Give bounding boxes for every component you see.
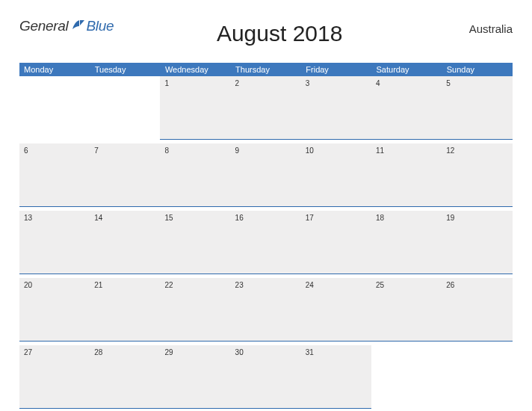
day-cell: 23 bbox=[231, 278, 301, 341]
logo-text-blue: Blue bbox=[87, 18, 114, 34]
day-cell: 22 bbox=[160, 278, 230, 341]
day-cell: 26 bbox=[442, 278, 512, 341]
day-cell: 12 bbox=[442, 143, 512, 206]
day-header: Saturday bbox=[371, 63, 442, 76]
calendar-body: 1 2 3 4 5 6 7 8 9 10 11 12 13 14 15 16 1… bbox=[19, 76, 513, 408]
day-cell: 11 bbox=[371, 143, 442, 206]
day-cell: 1 bbox=[160, 76, 230, 139]
day-header: Wednesday bbox=[160, 63, 230, 76]
week-row: 13 14 15 16 17 18 19 bbox=[19, 211, 513, 274]
calendar-title: August 2018 bbox=[114, 15, 445, 46]
day-header: Friday bbox=[301, 63, 371, 76]
day-cell: 8 bbox=[160, 143, 230, 206]
day-cell: 7 bbox=[90, 143, 160, 206]
day-cell: 4 bbox=[371, 76, 442, 139]
day-cell: 10 bbox=[301, 143, 371, 206]
calendar-grid: Monday Tuesday Wednesday Thursday Friday… bbox=[19, 63, 513, 409]
day-cell: 19 bbox=[442, 211, 512, 274]
region-label: Australia bbox=[445, 15, 513, 35]
week-row: 20 21 22 23 24 25 26 bbox=[19, 278, 513, 341]
day-cell: 14 bbox=[90, 211, 160, 274]
day-cell: 13 bbox=[19, 211, 90, 274]
week-row: 6 7 8 9 10 11 12 bbox=[19, 143, 513, 206]
day-cell: 30 bbox=[231, 345, 301, 408]
day-cell: 6 bbox=[19, 143, 90, 206]
logo-text-general: General bbox=[19, 18, 69, 34]
day-cell-empty bbox=[19, 76, 90, 139]
day-cell-empty bbox=[442, 345, 512, 408]
day-header: Sunday bbox=[442, 63, 512, 76]
day-cell: 5 bbox=[442, 76, 512, 139]
logo: General Blue bbox=[19, 15, 114, 34]
week-row: 27 28 29 30 31 bbox=[19, 345, 513, 408]
day-cell: 16 bbox=[231, 211, 301, 274]
day-cell: 20 bbox=[19, 278, 90, 341]
calendar-header: General Blue August 2018 Australia bbox=[19, 15, 513, 54]
logo-swoosh-icon bbox=[72, 19, 85, 34]
day-header-row: Monday Tuesday Wednesday Thursday Friday… bbox=[19, 63, 513, 76]
day-cell-empty bbox=[371, 345, 442, 408]
day-cell: 28 bbox=[90, 345, 160, 408]
day-cell: 29 bbox=[160, 345, 230, 408]
day-cell: 24 bbox=[301, 278, 371, 341]
day-header: Thursday bbox=[231, 63, 301, 76]
day-header: Tuesday bbox=[90, 63, 160, 76]
day-cell: 2 bbox=[231, 76, 301, 139]
day-cell: 3 bbox=[301, 76, 371, 139]
day-header: Monday bbox=[19, 63, 90, 76]
day-cell: 18 bbox=[371, 211, 442, 274]
day-cell: 9 bbox=[231, 143, 301, 206]
day-cell: 31 bbox=[301, 345, 371, 408]
week-row: 1 2 3 4 5 bbox=[19, 76, 513, 139]
day-cell: 15 bbox=[160, 211, 230, 274]
day-cell: 27 bbox=[19, 345, 90, 408]
day-cell: 21 bbox=[90, 278, 160, 341]
day-cell-empty bbox=[90, 76, 160, 139]
day-cell: 25 bbox=[371, 278, 442, 341]
day-cell: 17 bbox=[301, 211, 371, 274]
